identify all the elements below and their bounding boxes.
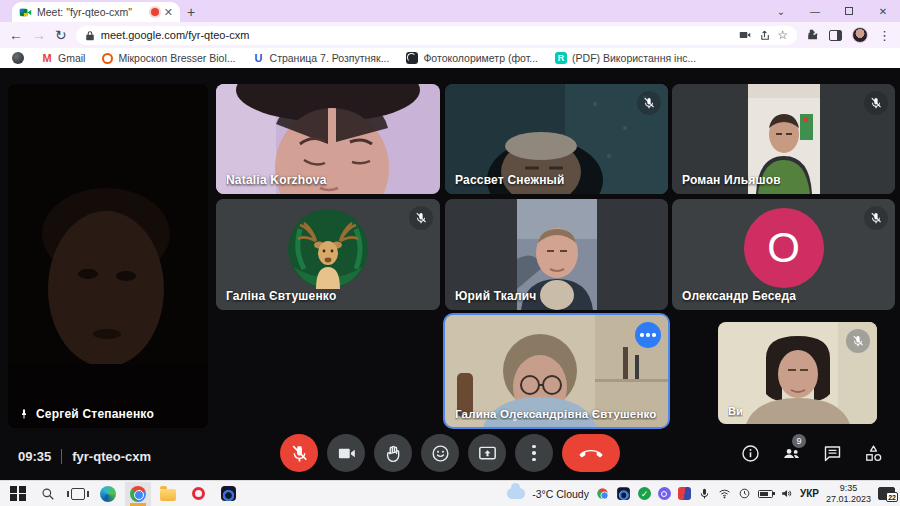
maximize-button[interactable] [832, 6, 866, 17]
battery-icon[interactable] [758, 490, 773, 498]
mic-mute-button[interactable] [280, 434, 318, 472]
desktop-screen: Meet: "fyr-qteo-cxm" ✕ + ⌄ — ✕ ← → ↻ mee… [0, 0, 900, 506]
camera-button[interactable] [327, 434, 365, 472]
opera-icon[interactable] [185, 482, 211, 506]
bookmark-photocolorimeter[interactable]: Фотоколориметр (фот... [406, 52, 538, 64]
taskbar-left [5, 482, 241, 506]
pin-icon [18, 408, 30, 420]
bresser-icon [102, 53, 113, 64]
participants-button[interactable]: 9 [781, 443, 802, 464]
meeting-details-button[interactable] [740, 443, 761, 464]
search-button[interactable] [35, 482, 61, 506]
participant-name: Рассвет Снежный [455, 173, 565, 187]
start-button[interactable] [5, 482, 31, 506]
task-view-button[interactable] [65, 482, 91, 506]
bookmark-microscope[interactable]: Мікроскоп Bresser Biol... [102, 52, 235, 64]
bookmark-gmail[interactable]: M Gmail [41, 52, 85, 64]
close-window-button[interactable]: ✕ [866, 6, 900, 17]
taskbar-clock[interactable]: 9:35 27.01.2023 [826, 483, 871, 504]
minimize-button[interactable]: — [798, 6, 832, 17]
bookmark-pdf[interactable]: R (PDF) Використання інс... [555, 52, 696, 64]
tile-options-icon[interactable] [635, 322, 661, 348]
photocolorimeter-icon [406, 52, 418, 64]
tile-rassvet-snezhny[interactable]: Рассвет Снежный [445, 84, 668, 194]
tile-galina-yevtushenko[interactable]: Галіна Євтушенко [216, 199, 440, 310]
tab-close-icon[interactable]: ✕ [164, 7, 173, 18]
activities-button[interactable] [863, 443, 884, 464]
recording-indicator-icon [151, 8, 159, 16]
volume-icon[interactable] [780, 487, 793, 500]
browser-menu-icon[interactable]: ⋮ [878, 28, 891, 43]
wifi-icon[interactable] [718, 487, 731, 500]
chrome-icon[interactable] [125, 482, 151, 506]
bookmark-label: Gmail [58, 52, 85, 64]
self-label: Ви [728, 405, 743, 417]
tray-chrome-icon[interactable] [597, 488, 607, 498]
taskbar-time: 9:35 [826, 483, 871, 494]
browser-tabstrip: Meet: "fyr-qteo-cxm" ✕ + ⌄ — ✕ [0, 0, 900, 22]
extensions-puzzle-icon[interactable] [806, 29, 819, 42]
tab-search-icon[interactable]: ⌄ [764, 6, 798, 17]
lock-icon [85, 30, 95, 41]
tray-app-icon[interactable] [678, 487, 691, 500]
participant-name: Сергей Степаненко [18, 407, 154, 421]
participants-count-badge: 9 [792, 434, 806, 448]
window-controls: ⌄ — ✕ [764, 0, 900, 22]
back-button[interactable]: ← [9, 28, 23, 42]
tile-sergey-stepanenko[interactable]: Сергей Степаненко [8, 84, 208, 428]
tray-mic-icon[interactable] [698, 487, 711, 500]
language-indicator[interactable]: УКР [800, 488, 819, 499]
bookmark-label: Фотоколориметр (фот... [423, 52, 538, 64]
weather-icon[interactable] [507, 488, 525, 499]
raise-hand-button[interactable] [374, 434, 412, 472]
camera-in-use-icon[interactable] [738, 28, 752, 42]
participant-name: Галина Олександрівна Євтушенко [455, 408, 657, 420]
tile-self-view[interactable]: Ви [718, 322, 877, 424]
antivirus-icon[interactable]: ✓ [638, 487, 651, 500]
tray-capcut-icon[interactable] [617, 487, 630, 500]
forward-button[interactable]: → [32, 28, 46, 42]
mic-off-icon [864, 206, 888, 230]
apps-bookmark-icon[interactable] [12, 52, 24, 64]
meeting-time: 09:35 [18, 449, 51, 464]
share-icon[interactable] [758, 29, 771, 42]
meet-stage: Сергей Степаненко Natalia Korzhova [0, 68, 900, 480]
meet-panel-buttons: 9 [740, 443, 884, 464]
profile-avatar[interactable] [852, 27, 868, 43]
file-explorer-icon[interactable] [155, 482, 181, 506]
reactions-button[interactable] [421, 434, 459, 472]
present-screen-button[interactable] [468, 434, 506, 472]
sync-clock-icon[interactable] [738, 487, 751, 500]
letter-avatar: O [744, 208, 824, 288]
tile-natalia-korzhova[interactable]: Natalia Korzhova [216, 84, 440, 194]
chat-button[interactable] [822, 443, 843, 464]
reload-button[interactable]: ↻ [55, 28, 67, 42]
url-text: meet.google.com/fyr-qteo-cxm [101, 29, 733, 41]
gmail-icon: M [41, 52, 53, 64]
edge-icon[interactable] [95, 482, 121, 506]
notification-count-badge: 22 [886, 492, 898, 502]
address-bar[interactable]: meet.google.com/fyr-qteo-cxm ☆ [76, 26, 797, 45]
side-panel-icon[interactable] [829, 30, 842, 41]
weather-text[interactable]: -3°C Cloudy [532, 488, 589, 500]
tile-roman-ilyashov[interactable]: Роман Ильяшов [672, 84, 895, 194]
more-options-button[interactable] [515, 434, 553, 472]
bookmark-label: (PDF) Використання інс... [572, 52, 696, 64]
browser-tab[interactable]: Meet: "fyr-qteo-cxm" ✕ [12, 2, 180, 22]
notification-center-icon[interactable]: 22 [878, 487, 895, 500]
participant-name: Галіна Євтушенко [226, 289, 336, 303]
meet-controls [280, 434, 620, 472]
capcut-icon[interactable] [215, 482, 241, 506]
new-tab-button[interactable]: + [180, 2, 202, 22]
meeting-code: fyr-qteo-cxm [61, 449, 151, 464]
bookmark-star-icon[interactable]: ☆ [777, 28, 788, 42]
viber-icon[interactable] [658, 487, 671, 500]
participant-name: Natalia Korzhova [226, 173, 327, 187]
tile-yuriy-tkalych[interactable]: Юрий Ткалич [445, 199, 668, 310]
tile-oleksandr-beseda[interactable]: O Олександр Беседа [672, 199, 895, 310]
participant-name: Олександр Беседа [682, 289, 796, 303]
tile-galyna-oleksandrivna[interactable]: Галина Олександрівна Євтушенко [445, 315, 668, 427]
end-call-button[interactable] [562, 434, 620, 472]
mic-off-icon [637, 91, 661, 115]
bookmark-page7[interactable]: U Страница 7. Розпутняк... [253, 52, 390, 64]
